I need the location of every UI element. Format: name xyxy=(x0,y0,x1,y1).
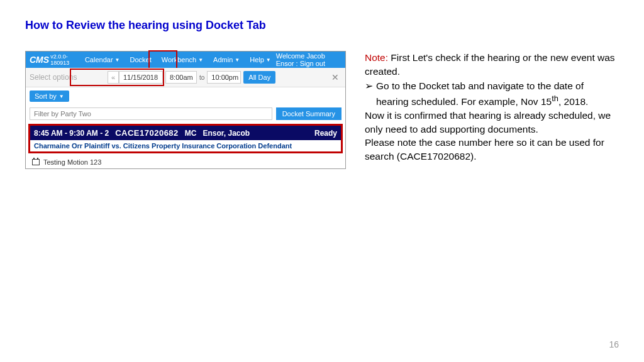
app-version: v2.0.0-180913 xyxy=(50,53,74,66)
nav-admin[interactable]: Admin▼ xyxy=(208,52,245,68)
time-to-field[interactable]: 10:00pm xyxy=(207,71,241,84)
chevron-down-icon: ▼ xyxy=(59,94,64,99)
chevron-down-icon: ▼ xyxy=(115,57,120,63)
close-icon[interactable]: ✕ xyxy=(329,72,341,82)
to-label: to xyxy=(199,74,204,81)
app-brand: CMS xyxy=(30,55,49,65)
filter-party-input[interactable] xyxy=(30,107,272,120)
all-day-button[interactable]: All Day xyxy=(243,71,275,84)
nav-calendar[interactable]: Calendar▼ xyxy=(80,52,125,68)
chevron-down-icon: ▼ xyxy=(266,57,271,63)
motion-label: Testing Motion 123 xyxy=(43,158,101,166)
note-bullet: Go to the Docket tab and navigate to the… xyxy=(365,79,616,109)
nav-help[interactable]: Help▼ xyxy=(245,52,276,68)
app-screenshot: CMS v2.0.0-180913 Calendar▼ Docket Workb… xyxy=(25,51,346,169)
sort-by-button[interactable]: Sort by▼ xyxy=(30,90,69,102)
note-line-2: Now it is confirmed that hearing is alre… xyxy=(365,109,616,136)
instruction-text: Note: First Let's check if the hearing o… xyxy=(365,51,616,169)
entry-status: Ready xyxy=(314,129,337,138)
calendar-icon xyxy=(32,159,40,165)
chevron-down-icon: ▼ xyxy=(198,57,203,63)
top-navbar: CMS v2.0.0-180913 Calendar▼ Docket Workb… xyxy=(26,52,345,68)
date-field[interactable]: 11/15/2018 xyxy=(119,71,163,84)
entry-case-number: CACE17020682 xyxy=(115,128,179,138)
sort-row: Sort by▼ xyxy=(26,87,345,105)
time-from-field[interactable]: 8:00am xyxy=(165,71,197,84)
page-number: 16 xyxy=(609,339,619,349)
chevron-down-icon: ▼ xyxy=(235,57,240,63)
motion-row[interactable]: Testing Motion 123 xyxy=(26,156,345,168)
note-line-3: Please note the case number here so it c… xyxy=(365,136,616,163)
welcome-signout[interactable]: Welcome Jacob Ensor : Sign out xyxy=(276,52,341,67)
slide-title: How to Review the hearing using Docket T… xyxy=(25,19,619,32)
note-label: Note: xyxy=(365,52,388,63)
highlight-docket-entry: 8:45 AM - 9:30 AM - 2 CACE17020682 MC En… xyxy=(28,124,343,153)
filter-row: Docket Summary xyxy=(26,105,345,123)
date-toolbar: Select options « 11/15/2018 8:00am to 10… xyxy=(26,68,345,87)
entry-judge: Ensor, Jacob xyxy=(203,129,250,138)
note-line-1: First Let's check if the hearing or the … xyxy=(365,52,615,77)
entry-time: 8:45 AM - 9:30 AM - 2 xyxy=(34,129,109,138)
select-options-label: Select options xyxy=(30,73,105,82)
docket-entry-header[interactable]: 8:45 AM - 9:30 AM - 2 CACE17020682 MC En… xyxy=(30,126,341,140)
docket-summary-button[interactable]: Docket Summary xyxy=(276,107,341,120)
entry-mc: MC xyxy=(185,129,197,138)
nav-workbench[interactable]: Workbench▼ xyxy=(157,52,208,68)
prev-date-button[interactable]: « xyxy=(108,71,119,84)
nav-docket[interactable]: Docket xyxy=(125,52,156,68)
entry-parties: Charmaine Orr Plaintiff vs. Citizens Pro… xyxy=(30,140,341,151)
